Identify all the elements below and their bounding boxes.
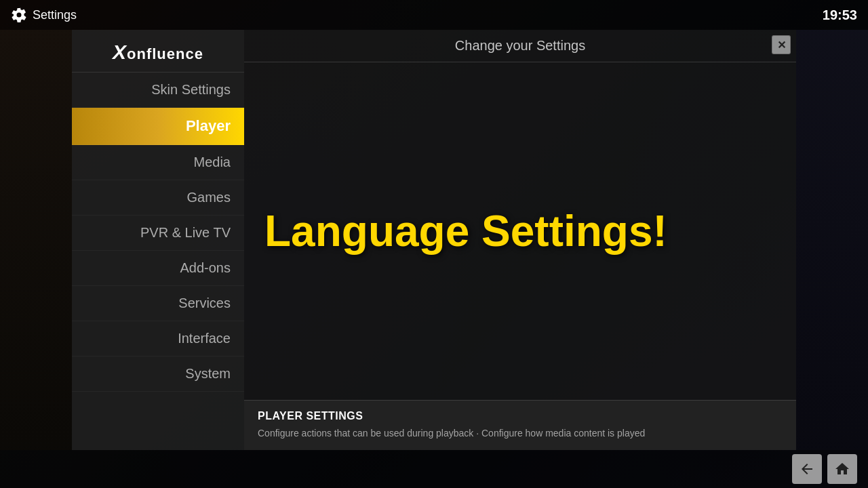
content-header-title: Change your Settings xyxy=(455,38,585,53)
back-icon xyxy=(799,461,815,477)
content-area: ✕ Change your Settings Language Settings… xyxy=(244,30,796,450)
logo-x: X xyxy=(113,41,127,63)
sidebar-item-system[interactable]: System xyxy=(72,357,244,392)
language-settings-heading: Language Settings! xyxy=(264,206,667,256)
sidebar-item-skin-settings[interactable]: Skin Settings xyxy=(72,73,244,108)
info-box: PLAYER SETTINGS Configure actions that c… xyxy=(244,400,796,450)
sidebar: Xonfluence Skin Settings Player Media Ga… xyxy=(72,30,244,450)
topbar-title: Settings xyxy=(33,8,77,22)
gear-icon xyxy=(11,7,27,23)
info-box-description: Configure actions that can be used durin… xyxy=(258,426,783,441)
sidebar-item-media[interactable]: Media xyxy=(72,145,244,180)
home-icon xyxy=(834,461,850,477)
content-header: Change your Settings xyxy=(244,30,796,62)
logo-confluence: onfluence xyxy=(127,45,203,62)
logo-text: Xonfluence xyxy=(113,41,203,64)
content-main: Language Settings! xyxy=(244,62,796,400)
topbar-clock: 19:53 xyxy=(823,7,857,23)
sidebar-item-services[interactable]: Services xyxy=(72,286,244,321)
bottombar xyxy=(0,450,868,488)
settings-panel: Xonfluence Skin Settings Player Media Ga… xyxy=(72,30,796,450)
sidebar-item-games[interactable]: Games xyxy=(72,180,244,216)
info-box-title: PLAYER SETTINGS xyxy=(258,410,783,422)
figure-right xyxy=(796,30,868,450)
sidebar-item-pvr-live-tv[interactable]: PVR & Live TV xyxy=(72,216,244,251)
figure-left xyxy=(0,30,72,450)
sidebar-item-interface[interactable]: Interface xyxy=(72,321,244,357)
logo-area: Xonfluence xyxy=(72,30,244,73)
sidebar-item-player[interactable]: Player xyxy=(72,108,244,145)
topbar: Settings 19:53 xyxy=(0,0,868,30)
sidebar-item-add-ons[interactable]: Add-ons xyxy=(72,251,244,286)
close-button[interactable]: ✕ xyxy=(772,35,791,54)
topbar-left: Settings xyxy=(11,7,77,23)
back-button[interactable] xyxy=(792,454,822,484)
home-button[interactable] xyxy=(827,454,857,484)
